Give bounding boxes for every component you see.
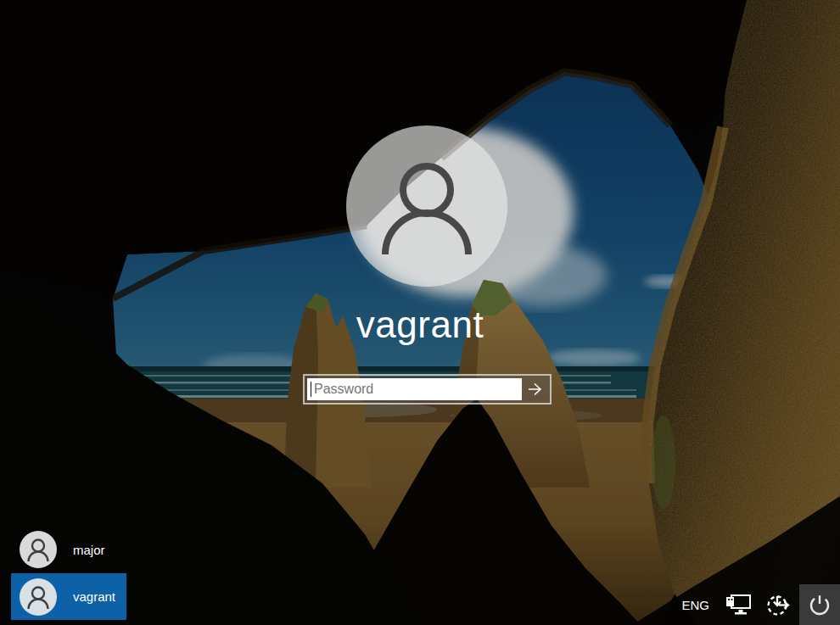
ease-of-access-button[interactable] bbox=[765, 592, 791, 617]
user-tile-label: vagrant bbox=[73, 589, 115, 604]
selected-user-name: vagrant bbox=[0, 304, 840, 346]
password-input[interactable] bbox=[307, 378, 522, 400]
power-icon bbox=[808, 593, 832, 617]
text-caret bbox=[311, 382, 311, 397]
user-tile-major[interactable]: major bbox=[11, 527, 181, 572]
user-avatar bbox=[20, 531, 57, 568]
network-status-button[interactable] bbox=[725, 594, 753, 617]
login-tray: ENG bbox=[681, 584, 840, 625]
user-tile-vagrant-selected[interactable]: vagrant bbox=[11, 573, 126, 620]
windows-login-screen: vagrant major vagrant bbox=[0, 0, 840, 625]
wired-network-icon bbox=[725, 594, 753, 617]
person-icon bbox=[20, 531, 57, 568]
ease-of-access-icon bbox=[765, 592, 791, 617]
arrow-right-icon bbox=[527, 382, 544, 397]
password-row bbox=[303, 374, 552, 405]
selected-user-avatar bbox=[346, 126, 507, 287]
input-language-indicator[interactable]: ENG bbox=[681, 598, 709, 612]
user-tile-label: major bbox=[73, 543, 105, 557]
submit-password-button[interactable] bbox=[524, 378, 547, 400]
user-avatar bbox=[20, 578, 57, 616]
power-button[interactable] bbox=[799, 584, 840, 625]
person-icon bbox=[20, 578, 57, 616]
person-icon bbox=[346, 126, 507, 287]
